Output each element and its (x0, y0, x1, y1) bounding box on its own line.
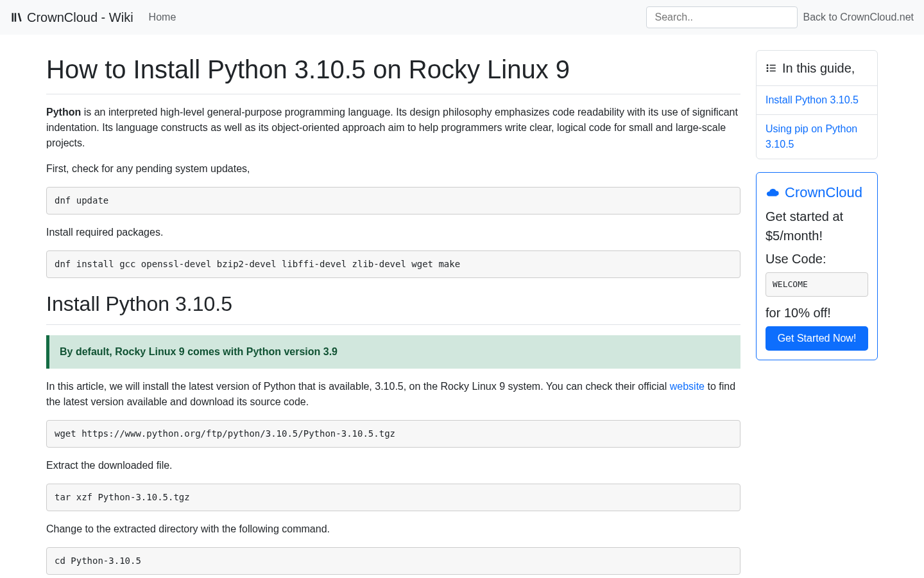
get-started-button[interactable]: Get Started Now! (766, 326, 868, 351)
sidebar: In this guide, Install Python 3.10.5 Usi… (756, 35, 878, 578)
code-tar: tar xzf Python-3.10.5.tgz (46, 484, 740, 511)
code-dnf-update: dnf update (46, 187, 740, 215)
promo-discount: for 10% off! (766, 303, 868, 322)
promo-card: CrownCloud Get started at $5/month! Use … (756, 172, 878, 360)
nav-home[interactable]: Home (149, 10, 176, 25)
toc-item-install[interactable]: Install Python 3.10.5 (757, 86, 877, 115)
intro-paragraph: Python is an interpreted high-level gene… (46, 105, 740, 151)
cloud-icon (766, 186, 780, 200)
promo-brand: CrownCloud (785, 182, 862, 203)
promo-get-started: Get started at $5/month! (766, 207, 868, 245)
nav-back-link[interactable]: Back to CrownCloud.net (803, 10, 914, 25)
intro-rest: is an interpreted high-level general-pur… (46, 107, 738, 148)
promo-code: WELCOME (766, 272, 868, 297)
promo-title: CrownCloud (766, 182, 868, 203)
toc-header: In this guide, (757, 51, 877, 86)
p-extract: Extract the downloaded file. (46, 458, 740, 473)
p-in-article: In this article, we will install the lat… (46, 379, 740, 410)
p-check-updates: First, check for any pending system upda… (46, 161, 740, 177)
p-install-pkgs: Install required packages. (46, 225, 740, 240)
h2-install-python: Install Python 3.10.5 (46, 288, 740, 319)
toc-title: In this guide, (782, 58, 855, 78)
promo-use-code: Use Code: (766, 249, 868, 268)
brand[interactable]: CrownCloud - Wiki (10, 8, 133, 27)
toc-card: In this guide, Install Python 3.10.5 Usi… (756, 50, 878, 159)
list-icon (766, 62, 777, 74)
p-cd: Change to the extracted directory with t… (46, 521, 740, 537)
toc-item-pip[interactable]: Using pip on Python 3.10.5 (757, 115, 877, 159)
books-icon (10, 11, 23, 24)
brand-text: CrownCloud - Wiki (27, 8, 133, 27)
page-title: How to Install Python 3.10.5 on Rocky Li… (46, 50, 740, 89)
divider (46, 94, 740, 94)
divider (46, 324, 740, 325)
svg-point-2 (767, 67, 768, 69)
navbar: CrownCloud - Wiki Home Back to CrownClou… (0, 0, 924, 35)
code-cd: cd Python-3.10.5 (46, 547, 740, 575)
search-input[interactable] (646, 6, 798, 28)
intro-bold: Python (46, 107, 81, 118)
svg-point-0 (767, 65, 768, 66)
article-main: How to Install Python 3.10.5 on Rocky Li… (46, 35, 740, 578)
code-wget: wget https://www.python.org/ftp/python/3… (46, 420, 740, 448)
link-python-website[interactable]: website (670, 381, 705, 392)
note-default-python: By default, Rocky Linux 9 comes with Pyt… (46, 335, 740, 369)
svg-point-4 (767, 71, 768, 72)
code-install-pkgs: dnf install gcc openssl-devel bzip2-deve… (46, 250, 740, 278)
